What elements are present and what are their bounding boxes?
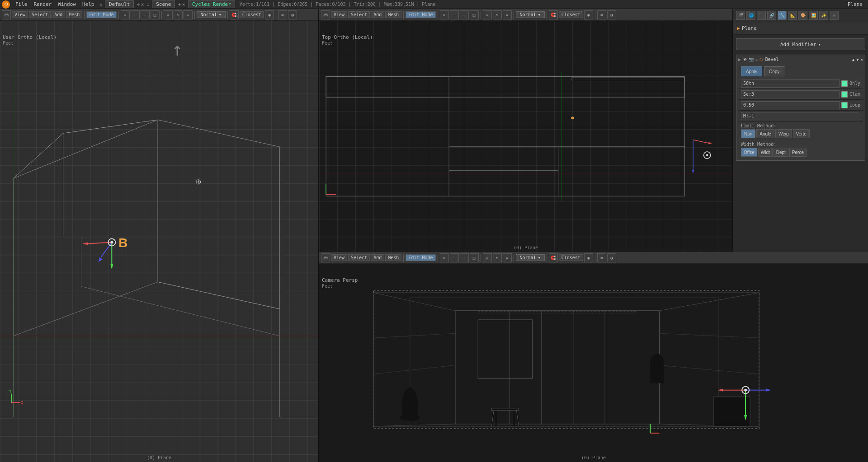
vp-tr-mirror[interactable]: ⇄ — [597, 10, 606, 19]
vp-br-transform[interactable]: ↔ — [483, 253, 492, 262]
shading-normal-tr[interactable]: Normal ▾ — [516, 11, 545, 18]
apply-button[interactable]: Apply — [741, 66, 762, 76]
modifier-vis-icon[interactable]: 👁 — [743, 57, 747, 62]
vp-left-editmode[interactable]: Edit Mode — [86, 11, 116, 18]
vp-tr-scale[interactable]: ⇔ — [503, 10, 512, 19]
modifier-render-icon[interactable]: 📷 — [749, 57, 754, 62]
add-modifier-btn[interactable]: Add Modifier ▾ — [736, 38, 865, 50]
field-50th-value[interactable]: 50th — [741, 79, 840, 88]
menu-render[interactable]: Render — [31, 1, 55, 8]
vp-tr-rotate[interactable]: ↻ — [493, 10, 502, 19]
vp-br-proportional[interactable]: ◉ — [584, 253, 593, 262]
menu-help[interactable]: Help — [80, 1, 97, 8]
vp-vert-icon[interactable]: · — [131, 10, 140, 19]
mirror-icon[interactable]: ⇄ — [278, 10, 287, 19]
vp-br-mode-icon[interactable]: 🎮 — [321, 253, 330, 262]
field-m1-value[interactable]: M:-1 — [741, 112, 860, 120]
vp-br-occlude[interactable]: ◑ — [607, 253, 616, 262]
vp-tr-face-icon[interactable]: □ — [470, 10, 479, 19]
modifier-up-icon[interactable]: ▲ — [852, 57, 854, 62]
vp-tr-closest[interactable]: Closest — [559, 11, 583, 18]
copy-button[interactable]: Copy — [764, 66, 784, 76]
limit-weig-btn[interactable]: Weig — [775, 129, 792, 138]
proportional-icon[interactable]: ◉ — [265, 10, 274, 19]
prop-icon-material[interactable]: 🎨 — [798, 11, 807, 20]
vp-tr-vert-icon[interactable]: · — [450, 10, 459, 19]
prop-icon-world[interactable]: 🌐 — [746, 11, 755, 20]
modifier-delete-icon[interactable]: ✕ — [861, 57, 863, 62]
prop-icon-object[interactable]: ⬛ — [757, 11, 766, 20]
vp-br-editmode[interactable]: Edit Mode — [406, 254, 435, 261]
vp-br-edge-icon[interactable]: — — [460, 253, 469, 262]
vp-tr-transform[interactable]: ↔ — [483, 10, 492, 19]
modifier-down-icon[interactable]: ▼ — [856, 57, 859, 62]
vp-left-mode-icon[interactable]: 🎮 — [2, 10, 11, 19]
width-widt-btn[interactable]: Widt — [758, 148, 773, 157]
prop-icon-modifiers[interactable]: 🔧 — [778, 11, 787, 20]
vp-br-mesh[interactable]: Mesh — [385, 254, 401, 261]
vp-br-global-icon[interactable]: ⊕ — [440, 253, 449, 262]
checkbox-clam[interactable]: ✓ — [841, 91, 848, 98]
limit-verte-btn[interactable]: Verte — [793, 129, 810, 138]
workspace-selector[interactable]: Default — [105, 0, 134, 8]
menu-window[interactable]: Window — [55, 1, 79, 8]
closest-btn[interactable]: Closest — [240, 11, 264, 18]
viewport-left[interactable]: 🎮 View Select Add Mesh Edit Mode ⊕ · — □… — [0, 9, 319, 462]
vp-tr-select[interactable]: Select — [348, 11, 370, 18]
scale-icon[interactable]: ⇔ — [184, 10, 193, 19]
vp-br-rotate[interactable]: ↻ — [493, 253, 502, 262]
vp-br-vert-icon[interactable]: · — [450, 253, 459, 262]
checkbox-only[interactable]: ✓ — [841, 80, 848, 87]
occlude-icon[interactable]: ◑ — [288, 10, 297, 19]
vp-tr-proportional[interactable]: ◉ — [584, 10, 593, 19]
width-offse-btn[interactable]: Offse — [741, 148, 757, 157]
snap-icon[interactable]: 🧲 — [230, 10, 239, 19]
checkbox-loop[interactable]: ✓ — [841, 102, 848, 108]
vp-global-local-icon[interactable]: ⊕ — [121, 10, 130, 19]
vp-br-snap[interactable]: 🧲 — [549, 253, 558, 262]
vp-br-select[interactable]: Select — [348, 254, 370, 261]
field-050-value[interactable]: 0.50 — [741, 101, 840, 109]
prop-icon-particles[interactable]: ✨ — [819, 11, 828, 20]
vp-left-mesh[interactable]: Mesh — [66, 11, 82, 18]
viewport-top-right[interactable]: 🎮 View Select Add Mesh Edit Mode ⊕ · — □… — [319, 9, 732, 252]
limit-none-btn[interactable]: Non — [741, 129, 755, 138]
vp-tr-add[interactable]: Add — [371, 11, 384, 18]
vp-br-face-icon[interactable]: □ — [470, 253, 479, 262]
vp-left-view[interactable]: View — [12, 11, 28, 18]
limit-angle-btn[interactable]: Angle — [756, 129, 774, 138]
vp-tr-view[interactable]: View — [331, 11, 347, 18]
width-dept-btn[interactable]: Dept — [774, 148, 788, 157]
modifier-cage-icon[interactable]: ⬡ — [760, 57, 763, 62]
prop-icon-physics[interactable]: ⚛️ — [830, 11, 839, 20]
vp-br-closest[interactable]: Closest — [559, 254, 583, 261]
transform-icon[interactable]: ↔ — [164, 10, 173, 19]
vp-face-icon[interactable]: □ — [151, 10, 160, 19]
vp-tr-mesh[interactable]: Mesh — [385, 11, 401, 18]
width-perce-btn[interactable]: Perce — [789, 148, 807, 157]
vp-left-select[interactable]: Select — [29, 11, 51, 18]
rotate-icon[interactable]: ↻ — [174, 10, 183, 19]
shading-normal-br[interactable]: Normal ▾ — [516, 254, 545, 261]
vp-left-add[interactable]: Add — [52, 11, 65, 18]
modifier-edit-icon[interactable]: ✏️ — [755, 57, 758, 62]
prop-icon-constraints[interactable]: 🔗 — [767, 11, 776, 20]
scene-selector[interactable]: Scene — [152, 0, 175, 8]
vp-tr-global-icon[interactable]: ⊕ — [440, 10, 449, 19]
modifier-expand-icon[interactable]: ▶ — [738, 57, 741, 62]
viewport-bottom-right[interactable]: 🎮 View Select Add Mesh Edit Mode ⊕ · — □… — [319, 252, 868, 462]
vp-tr-snap[interactable]: 🧲 — [549, 10, 558, 19]
vp-br-scale[interactable]: ⇔ — [503, 253, 512, 262]
engine-selector[interactable]: Cycles Render — [188, 0, 235, 8]
shading-normal-left[interactable]: Normal ▾ — [197, 11, 226, 18]
vp-br-add[interactable]: Add — [371, 254, 384, 261]
vp-tr-mode-icon[interactable]: 🎮 — [321, 10, 330, 19]
vp-tr-occlude[interactable]: ◑ — [607, 10, 616, 19]
prop-icon-texture[interactable]: 🖼️ — [809, 11, 818, 20]
prop-icon-data[interactable]: 📐 — [788, 11, 797, 20]
field-se3-value[interactable]: Se:3 — [741, 90, 840, 98]
vp-edge-icon[interactable]: — — [141, 10, 150, 19]
prop-icon-scene[interactable]: 🎬 — [736, 11, 745, 20]
vp-tr-edge-icon[interactable]: — — [460, 10, 469, 19]
vp-tr-editmode[interactable]: Edit Mode — [406, 11, 435, 18]
